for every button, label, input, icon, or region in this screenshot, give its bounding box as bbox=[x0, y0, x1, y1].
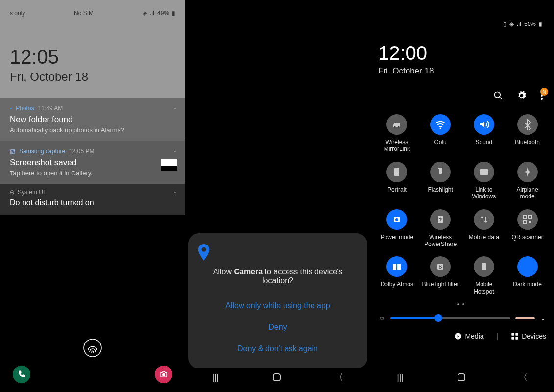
svg-rect-12 bbox=[480, 169, 488, 175]
nav-bar: ||| 〈 bbox=[370, 368, 554, 387]
sound-icon bbox=[474, 114, 494, 135]
battery-icon: ▮ bbox=[172, 10, 175, 17]
qs-tile-dolby[interactable]: Dolby Atmos bbox=[378, 256, 416, 295]
qs-label: Link to Windows bbox=[465, 186, 503, 200]
qs-tile-car[interactable]: Wireless MirrorLink bbox=[378, 114, 416, 153]
notif-title: New folder found bbox=[10, 115, 175, 124]
lockscreen-header: s only No SIM ◈ .ıl 49% ▮ 12:05 Fri, Oct… bbox=[0, 0, 185, 98]
svg-rect-26 bbox=[512, 333, 514, 335]
home-button[interactable] bbox=[272, 373, 281, 382]
quick-settings-grid: Wireless MirrorLinkGoluSoundBluetoothPor… bbox=[378, 114, 546, 295]
brightness-slider[interactable] bbox=[390, 317, 510, 319]
svg-rect-18 bbox=[524, 220, 527, 223]
svg-rect-10 bbox=[394, 168, 399, 176]
vibrate-icon: ▯ bbox=[503, 21, 506, 27]
svg-rect-27 bbox=[516, 333, 518, 335]
qs-tile-portrait[interactable]: Portrait bbox=[378, 162, 416, 200]
phone-shortcut[interactable] bbox=[13, 366, 30, 383]
clock-date: Fri, October 18 bbox=[10, 70, 175, 84]
svg-rect-11 bbox=[439, 168, 442, 174]
battery-text: 50% bbox=[524, 21, 536, 27]
notification-systemui[interactable]: ⊖ System UI ⌄ Do not disturb turned on bbox=[0, 184, 185, 215]
portrait-icon bbox=[386, 162, 407, 182]
qs-label: Sound bbox=[476, 139, 493, 146]
qs-tile-hotspot[interactable]: Mobile Hotspot bbox=[465, 256, 503, 295]
chevron-down-icon[interactable]: ⌄ bbox=[540, 313, 546, 322]
settings-icon[interactable] bbox=[517, 91, 527, 100]
car-icon bbox=[386, 114, 407, 135]
more-button[interactable]: N bbox=[540, 91, 543, 100]
allow-while-using-button[interactable]: Allow only while using the app bbox=[197, 295, 359, 317]
chevron-down-icon[interactable]: ⌄ bbox=[173, 105, 177, 110]
permission-dialog-panel: Allow Camera to access this device's loc… bbox=[185, 0, 370, 392]
svg-rect-29 bbox=[516, 337, 518, 339]
wifi-icon: ◈ bbox=[509, 21, 514, 27]
qs-tile-sound[interactable]: Sound bbox=[465, 114, 503, 153]
qs-tile-qr[interactable]: QR scanner bbox=[508, 209, 546, 248]
qs-tile-link[interactable]: Link to Windows bbox=[465, 162, 503, 200]
recents-button[interactable]: ||| bbox=[212, 372, 219, 383]
dark-icon bbox=[517, 256, 538, 277]
bt-icon bbox=[517, 114, 538, 135]
svg-rect-2 bbox=[273, 374, 280, 381]
qs-tile-dark[interactable]: Dark mode bbox=[508, 256, 546, 295]
qr-icon bbox=[517, 209, 538, 230]
auto-brightness-indicator bbox=[515, 317, 535, 319]
dnd-icon: ⊖ bbox=[10, 189, 15, 196]
svg-rect-24 bbox=[482, 263, 486, 270]
notification-screenshot[interactable]: ▧ Samsung capture 12:05 PM ⌄ Screenshot … bbox=[0, 141, 185, 184]
wifi-icon: ◈ bbox=[143, 10, 147, 17]
svg-rect-30 bbox=[458, 374, 465, 381]
signal-icon: .ıl bbox=[517, 21, 521, 27]
back-button[interactable]: 〈 bbox=[335, 371, 343, 383]
qs-label: Blue light filter bbox=[422, 281, 458, 288]
qs-tile-bt[interactable]: Bluetooth bbox=[508, 114, 546, 153]
qs-tile-flash[interactable]: Flashlight bbox=[422, 162, 459, 200]
page-indicator: ●● bbox=[378, 302, 546, 306]
link-icon bbox=[474, 162, 494, 182]
svg-rect-21 bbox=[397, 264, 401, 270]
blue-icon: B bbox=[430, 256, 451, 277]
notif-body: Automatically back up photos in Alarms? bbox=[10, 126, 175, 134]
devices-button[interactable]: Devices bbox=[511, 332, 546, 340]
qs-tile-wifi[interactable]: Golu bbox=[422, 114, 459, 153]
power-icon bbox=[386, 209, 407, 230]
qs-tile-power[interactable]: Power mode bbox=[378, 209, 416, 248]
plane-icon bbox=[517, 162, 538, 182]
qs-tile-plane[interactable]: Airplane mode bbox=[508, 162, 546, 200]
svg-rect-17 bbox=[529, 216, 531, 219]
share-icon bbox=[430, 209, 451, 230]
qs-tile-share[interactable]: Wireless PowerShare bbox=[422, 209, 459, 248]
wifi-icon bbox=[430, 114, 451, 135]
dialog-message: Allow Camera to access this device's loc… bbox=[197, 268, 359, 285]
flash-icon bbox=[430, 162, 451, 182]
fingerprint-icon[interactable] bbox=[83, 338, 102, 358]
deny-button[interactable]: Deny bbox=[197, 317, 359, 338]
sim-status: No SIM bbox=[74, 10, 94, 17]
qs-label: Mobile Hotspot bbox=[465, 281, 503, 295]
camera-shortcut[interactable] bbox=[155, 366, 172, 383]
back-button[interactable]: 〈 bbox=[519, 371, 528, 383]
svg-point-14 bbox=[395, 218, 398, 221]
qs-label: Wireless PowerShare bbox=[422, 234, 459, 248]
notification-photos[interactable]: ▪ Photos 11:49 AM ⌄ New folder found Aut… bbox=[0, 98, 185, 141]
status-icons: ◈ .ıl 49% ▮ bbox=[143, 10, 175, 17]
home-button[interactable] bbox=[457, 373, 466, 382]
deny-dont-ask-button[interactable]: Deny & don't ask again bbox=[197, 338, 359, 360]
qs-tile-data[interactable]: Mobile data bbox=[465, 209, 503, 248]
chevron-down-icon[interactable]: ⌄ bbox=[173, 148, 177, 153]
dolby-icon bbox=[386, 256, 407, 277]
screenshot-thumbnail[interactable] bbox=[161, 159, 177, 171]
svg-point-8 bbox=[398, 126, 400, 128]
svg-point-1 bbox=[162, 373, 165, 376]
search-icon[interactable] bbox=[493, 91, 503, 100]
brightness-row: ☼ ⌄ bbox=[378, 313, 546, 322]
qs-footer: Media | Devices bbox=[378, 332, 546, 340]
svg-point-3 bbox=[495, 92, 501, 98]
media-button[interactable]: Media bbox=[454, 332, 483, 340]
svg-rect-19 bbox=[529, 220, 531, 223]
nav-bar: ||| 〈 bbox=[185, 368, 370, 387]
qs-tile-blue[interactable]: BBlue light filter bbox=[422, 256, 459, 295]
chevron-down-icon[interactable]: ⌄ bbox=[173, 189, 177, 194]
recents-button[interactable]: ||| bbox=[397, 372, 404, 383]
